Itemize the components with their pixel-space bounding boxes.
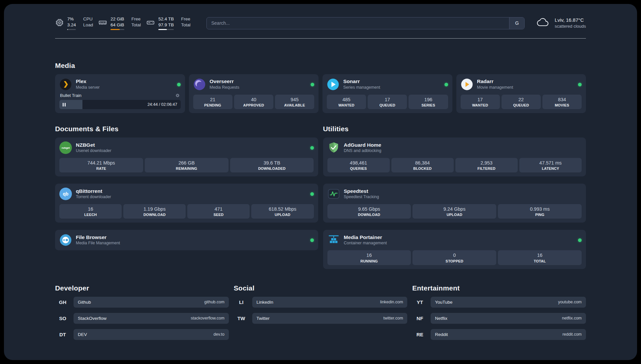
app-name: Radarr: [477, 78, 513, 85]
app-card-filebrowser[interactable]: File Browser Media File Management: [55, 230, 318, 250]
disk-icon: [146, 18, 155, 28]
stat-tile: 744.21 Mbps RATE: [59, 158, 143, 172]
cpu-percent: 7%: [67, 16, 76, 22]
bookmark-link-youtube[interactable]: YouTube youtube.com: [431, 297, 586, 308]
section-title-documents: Documents & Files: [55, 125, 318, 133]
utilities-column: Utilities: [323, 125, 586, 269]
status-online-dot: [310, 238, 314, 242]
app-card-nzbget[interactable]: nzbget NZBGet Usenet downloader 744.21 M…: [55, 137, 318, 176]
stat-tile: 16 RUNNING: [327, 250, 411, 265]
bookmarks-social: Social LI LinkedIn linkedin.com TW Twitt…: [234, 284, 408, 324]
disk-free-label: Free: [181, 16, 191, 22]
bookmark-abbr: GH: [55, 299, 70, 305]
stat-tile: 9.65 Gbps DOWNLOAD: [327, 204, 411, 219]
top-bar: 7% 3.24 CPU Load: [55, 15, 586, 31]
app-card-plex[interactable]: Plex Media server Bullet Train: [55, 74, 185, 113]
playback-progress-bar[interactable]: 24:44 / 02:06:47: [59, 100, 181, 109]
bookmark-link-github[interactable]: Github github.com: [74, 297, 229, 308]
app-card-adguard[interactable]: AdGuard Home DNS and adblocking 498,461 …: [323, 137, 586, 176]
memory-usage-bar: [110, 29, 124, 30]
stat-tile: 17 WANTED: [461, 95, 500, 109]
stat-tile: 16 TOTAL: [498, 250, 582, 265]
app-card-portainer[interactable]: Media Portainer Container management 16 …: [323, 230, 586, 269]
stat-tile: 22 QUEUED: [502, 95, 541, 109]
app-card-radarr[interactable]: Radarr Movie management 17 WANTED 22 QUE…: [456, 74, 586, 113]
filebrowser-icon: [59, 234, 72, 246]
dashboard-window: 7% 3.24 CPU Load: [4, 4, 637, 360]
stat-tile: 0.993 ms PING: [498, 204, 582, 219]
stat-tile: 945 AVAILABLE: [275, 95, 314, 109]
cloud-icon: [536, 17, 550, 29]
section-title-social: Social: [234, 284, 408, 292]
status-online-dot: [310, 146, 314, 150]
app-card-qbittorrent[interactable]: qb qBittorrent Torrent downloader 16 LEE…: [55, 184, 318, 223]
section-title-media: Media: [55, 62, 586, 70]
nzbget-icon: nzbget: [59, 141, 72, 154]
stat-tile: 9.24 Gbps UPLOAD: [412, 204, 496, 219]
cpu-usage-bar: [67, 29, 76, 30]
app-card-overseerr[interactable]: Overseerr Media Requests 21 PENDING 40 A…: [189, 74, 319, 113]
disk-total-label: Total: [181, 22, 191, 28]
status-online-dot: [310, 192, 314, 196]
plex-icon: [59, 78, 72, 91]
bookmark-abbr: SO: [55, 316, 70, 321]
memory-free-label: Free: [132, 16, 141, 22]
bookmark-abbr: DT: [55, 332, 70, 337]
playback-time: 24:44 / 02:06:47: [147, 102, 177, 107]
app-name: Plex: [76, 78, 100, 85]
search-input[interactable]: [207, 17, 509, 29]
disk-total-value: 97.9 TB: [158, 22, 174, 28]
app-name: File Browser: [76, 234, 120, 241]
cpu-stat: 7% 3.24 CPU Load: [55, 16, 93, 30]
stat-tile: 498,461 QUERIES: [327, 158, 390, 172]
bookmark-link-dev[interactable]: DEV dev.to: [74, 329, 229, 340]
app-subtitle: DNS and adblocking: [344, 148, 382, 154]
bookmark-abbr: NF: [412, 316, 427, 321]
stat-tile: 618.52 Mbps UPLOAD: [251, 204, 314, 219]
stat-tile: 266 GB REMAINING: [145, 158, 229, 172]
app-subtitle: Usenet downloader: [76, 148, 111, 154]
app-subtitle: Media Requests: [210, 85, 239, 90]
status-online-dot: [311, 83, 314, 86]
app-card-speedtest[interactable]: Speedtest Speedtest Tracking 9.65 Gbps D…: [323, 184, 586, 223]
bookmark-link-reddit[interactable]: Reddit reddit.com: [431, 329, 586, 340]
disk-usage-bar: [158, 29, 174, 30]
bookmark-link-netflix[interactable]: Netflix netflix.com: [431, 313, 586, 324]
section-title-utilities: Utilities: [323, 125, 586, 133]
stat-tile: 47.571 ms LATENCY: [519, 158, 582, 172]
app-subtitle: Container management: [344, 241, 387, 246]
bookmark-abbr: TW: [234, 316, 249, 321]
radarr-icon: [461, 78, 473, 91]
bookmark-link-twitter[interactable]: Twitter twitter.com: [252, 313, 408, 324]
stat-tile: 485 WANTED: [327, 95, 366, 109]
app-card-sonarr[interactable]: Sonarr Series management 485 WANTED 17 Q…: [322, 74, 452, 113]
app-name: NZBGet: [76, 142, 111, 148]
bookmark-link-stackoverflow[interactable]: StackOverflow stackoverflow.com: [74, 313, 229, 324]
app-name: Media Portainer: [344, 234, 387, 241]
app-name: Overseerr: [210, 78, 239, 85]
weather-condition: scattered clouds: [555, 23, 586, 29]
stat-tile: 0 STOPPED: [412, 250, 496, 265]
bookmark-abbr: YT: [412, 299, 427, 305]
app-subtitle: Media File Management: [76, 241, 120, 246]
speedtest-icon: [327, 188, 340, 200]
header-divider: [55, 38, 586, 39]
memory-icon: [98, 18, 107, 28]
app-subtitle: Speedtest Tracking: [344, 195, 379, 200]
media-card-row: Plex Media server Bullet Train: [55, 74, 586, 113]
bookmark-abbr: LI: [234, 299, 249, 305]
gear-icon[interactable]: [175, 93, 180, 98]
adguard-icon: [327, 141, 340, 154]
status-online-dot: [177, 83, 181, 86]
memory-free-value: 22 GiB: [110, 16, 124, 22]
app-name: qBittorrent: [76, 188, 111, 195]
app-name: AdGuard Home: [344, 142, 382, 148]
search-engine-button[interactable]: G: [509, 17, 524, 29]
app-name: Speedtest: [344, 188, 379, 195]
bookmark-link-linkedin[interactable]: LinkedIn linkedin.com: [252, 297, 408, 308]
stat-tile: 40 APPROVED: [234, 95, 273, 109]
overseerr-icon: [193, 78, 206, 91]
pause-button[interactable]: [63, 103, 66, 106]
disk-free-value: 52.4 TB: [158, 16, 174, 22]
search-bar: G: [206, 17, 525, 29]
